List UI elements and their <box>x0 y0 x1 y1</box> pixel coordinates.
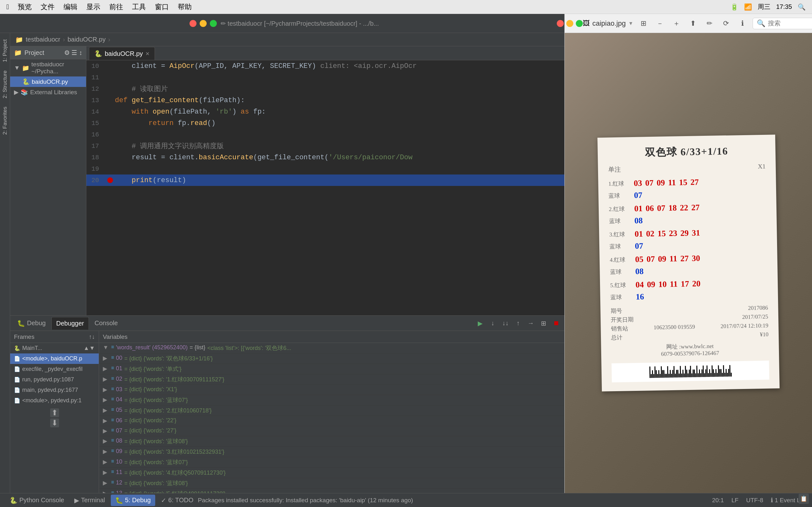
image-close-button[interactable] <box>557 20 564 27</box>
var-root[interactable]: ▼ ≡ 'words_result' (4529652400) = {list}… <box>99 343 564 353</box>
var-item-04[interactable]: ▶ ≡ 04 = {dict} {'words': '蓝球07'} <box>99 395 564 405</box>
frames-sort-icon[interactable]: ↑↓ <box>89 333 95 340</box>
project-header-actions[interactable]: ⚙ ☰ ↕ <box>64 49 82 56</box>
editor-tab-baiduocr[interactable]: 🐍 baiduOCR.py ✕ <box>89 47 155 60</box>
image-win-controls[interactable] <box>557 20 583 27</box>
zoom-out-button[interactable]: － <box>654 17 666 30</box>
var-item-10[interactable]: ▶ ≡ 10 = {dict} {'words': '蓝球07'} <box>99 457 564 468</box>
menu-go[interactable]: 前往 <box>109 2 123 12</box>
debug-tab-console[interactable]: Console <box>90 317 122 329</box>
tree-external-libs[interactable]: ▶ 📚 External Libraries <box>10 87 86 97</box>
step-over-button[interactable]: ↓ <box>487 318 498 329</box>
var-item-13[interactable]: ▶ ≡ 13 = {dict} {'words': '5.红球Q40910111… <box>99 489 564 493</box>
evaluate-button[interactable]: ⊞ <box>538 318 549 329</box>
sidebar-toggle-button[interactable]: ⊞ <box>637 17 650 30</box>
stop-button[interactable]: ⏹ <box>550 318 562 329</box>
var-item-01[interactable]: ▶ ≡ 01 = {dict} {'words': '单式'} <box>99 364 564 374</box>
image-search[interactable]: 🔍 <box>753 18 812 29</box>
menu-help[interactable]: 帮助 <box>178 2 192 12</box>
breadcrumb-root[interactable]: testbaiduocr <box>26 36 60 43</box>
debug-tab-debug[interactable]: 🐛 Debug <box>13 317 50 330</box>
chevron-down-icon[interactable]: ▼ <box>628 21 633 26</box>
gutter-20[interactable] <box>105 177 115 183</box>
var-item-06[interactable]: ▶ ≡ 06 = {dict} {'words': '22'} <box>99 416 564 426</box>
var-item-07[interactable]: ▶ ≡ 07 = {dict} {'words': '27'} <box>99 426 564 436</box>
var-item-08[interactable]: ▶ ≡ 08 = {dict} {'words': '蓝球08'} <box>99 436 564 447</box>
var-item-00[interactable]: ▶ ≡ 00 = {dict} {'words': '双色球6/33+1/16'… <box>99 353 564 364</box>
expand-03[interactable]: ▶ <box>103 386 109 393</box>
scroll-controls[interactable]: ⬆ ⬇ <box>10 408 99 428</box>
debug-tab-debugger[interactable]: Debugger <box>51 317 89 330</box>
menu-tools[interactable]: 工具 <box>132 2 146 12</box>
var-item-05[interactable]: ▶ ≡ 05 = {dict} {'words': '2.红球01060718'… <box>99 405 564 416</box>
breadcrumb-file[interactable]: baiduOCR.py <box>68 36 106 43</box>
run-to-cursor-button[interactable]: → <box>525 318 536 329</box>
menu-file[interactable]: 文件 <box>41 2 55 12</box>
breakpoint-20[interactable] <box>107 177 113 183</box>
status-tab-python-console[interactable]: 🐍 Python Console <box>5 495 68 506</box>
sidebar-project-label[interactable]: 1: Project <box>1 36 9 65</box>
frame-item-2[interactable]: 📄 execfile, _pydev_execfil <box>10 364 99 374</box>
rotate-button[interactable]: ⟳ <box>720 17 732 30</box>
close-tab-icon[interactable]: ✕ <box>145 51 150 57</box>
sidebar-favorites-label[interactable]: 2: Favorites <box>1 103 9 138</box>
step-into-button[interactable]: ↓↓ <box>500 318 511 329</box>
edit-button[interactable]: ✏ <box>703 17 716 30</box>
resume-button[interactable]: ▶ <box>474 318 486 329</box>
share-button[interactable]: ⬆ <box>687 17 699 30</box>
frame-item-1[interactable]: 📄 <module>, baiduOCR.p <box>10 353 99 364</box>
tree-file-baiduocr[interactable]: 🐍 baiduOCR.py <box>10 76 86 87</box>
apple-menu[interactable]:  <box>6 3 9 11</box>
menu-view[interactable]: 显示 <box>86 2 100 12</box>
sidebar-structure-label[interactable]: 2: Structure <box>1 67 9 102</box>
expand-02[interactable]: ▶ <box>103 376 109 383</box>
info-button[interactable]: ℹ <box>736 17 749 30</box>
dict-icon-02: ≡ <box>111 376 114 381</box>
expand-05[interactable]: ▶ <box>103 407 109 414</box>
var-item-09[interactable]: ▶ ≡ 09 = {dict} {'words': '3.红球010215232… <box>99 447 564 457</box>
expand-07[interactable]: ▶ <box>103 428 109 434</box>
menu-edit[interactable]: 编辑 <box>63 2 77 12</box>
tree-root[interactable]: ▼ 📁 testbaiduocr ~/Pycha... <box>10 59 86 76</box>
code-editor[interactable]: 10 client = AipOcr(APP_ID, API_KEY, SECR… <box>86 60 564 316</box>
frame-item-0[interactable]: 🐍 MainT... ▲▼ <box>10 343 99 353</box>
window-controls[interactable] <box>186 20 221 27</box>
frames-controls[interactable]: ↑↓ <box>89 333 95 340</box>
zoom-in-button[interactable]: ＋ <box>670 17 683 30</box>
status-tab-terminal[interactable]: ▶ Terminal <box>70 495 110 506</box>
expand-04[interactable]: ▶ <box>103 396 109 403</box>
expand-10[interactable]: ▶ <box>103 458 109 465</box>
frame-item-3[interactable]: 📄 run, pydevd.py:1087 <box>10 374 99 385</box>
frame-item-5[interactable]: 📄 <module>, pydevd.py:1 <box>10 395 99 406</box>
expand-13[interactable]: ▶ <box>103 490 109 493</box>
expand-11[interactable]: ▶ <box>103 469 109 476</box>
var-item-11[interactable]: ▶ ≡ 11 = {dict} {'words': '4.红球Q50709112… <box>99 468 564 478</box>
image-minimize-button[interactable] <box>566 20 573 27</box>
expand-00[interactable]: ▶ <box>103 355 109 362</box>
close-button[interactable] <box>190 20 197 27</box>
menu-window[interactable]: 窗口 <box>155 2 169 12</box>
scroll-up-button[interactable]: ⬆ <box>50 408 59 417</box>
menu-preview[interactable]: 预览 <box>18 2 32 12</box>
frame-item-4[interactable]: 📄 main, pydevd.py:1677 <box>10 385 99 395</box>
expand-09[interactable]: ▶ <box>103 448 109 455</box>
expand-06[interactable]: ▶ <box>103 417 109 424</box>
total-val: ¥10 <box>760 331 768 339</box>
expand-12[interactable]: ▶ <box>103 480 109 486</box>
search-icon[interactable]: 🔍 <box>798 3 806 11</box>
image-maximize-button[interactable] <box>576 20 583 27</box>
search-input[interactable] <box>768 20 812 27</box>
var-item-03[interactable]: ▶ ≡ 03 = {dict} {'words': 'X1'} <box>99 385 564 395</box>
frame-actions[interactable]: ▲▼ <box>84 345 95 351</box>
var-item-02[interactable]: ▶ ≡ 02 = {dict} {'words': '1.红球030709111… <box>99 374 564 385</box>
var-item-12[interactable]: ▶ ≡ 12 = {dict} {'words': '蓝球08'} <box>99 478 564 489</box>
expand-08[interactable]: ▶ <box>103 438 109 445</box>
status-tab-debug[interactable]: 🐛 5: Debug <box>111 495 155 506</box>
var-expand-icon[interactable]: ▼ <box>103 344 109 351</box>
maximize-button[interactable] <box>210 20 217 27</box>
status-tab-todo[interactable]: ✓ 6: TODO <box>157 495 198 506</box>
minimize-button[interactable] <box>200 20 207 27</box>
scroll-down-button[interactable]: ⬇ <box>50 418 59 428</box>
expand-01[interactable]: ▶ <box>103 365 109 372</box>
step-out-button[interactable]: ↑ <box>512 318 524 329</box>
